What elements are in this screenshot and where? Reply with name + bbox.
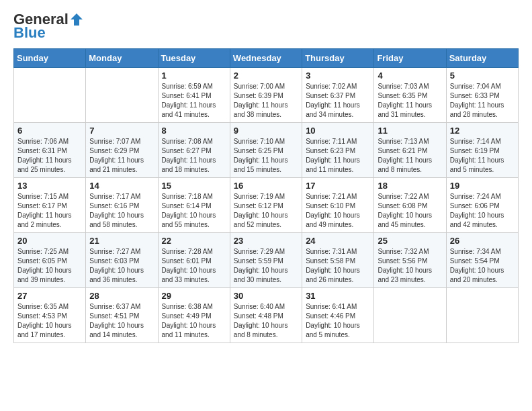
cell-info: Sunrise: 7:11 AMSunset: 6:23 PMDaylight:… [306, 137, 370, 175]
day-number: 18 [378, 181, 442, 191]
day-number: 26 [450, 236, 515, 246]
day-number: 1 [162, 71, 226, 81]
calendar-cell: 12Sunrise: 7:14 AMSunset: 6:19 PMDayligh… [446, 123, 518, 178]
calendar-cell: 20Sunrise: 7:25 AMSunset: 6:05 PMDayligh… [14, 233, 86, 288]
cell-info: Sunrise: 7:22 AMSunset: 6:08 PMDaylight:… [378, 192, 442, 230]
day-number: 30 [234, 291, 298, 301]
calendar-cell: 25Sunrise: 7:32 AMSunset: 5:56 PMDayligh… [374, 233, 446, 288]
calendar-cell: 30Sunrise: 6:40 AMSunset: 4:48 PMDayligh… [230, 288, 302, 343]
cell-info: Sunrise: 7:25 AMSunset: 6:05 PMDaylight:… [17, 247, 82, 285]
calendar-cell: 17Sunrise: 7:21 AMSunset: 6:10 PMDayligh… [302, 178, 374, 233]
day-number: 12 [450, 126, 515, 136]
calendar-cell: 7Sunrise: 7:07 AMSunset: 6:29 PMDaylight… [86, 123, 158, 178]
weekday-header-monday: Monday [86, 49, 158, 68]
calendar-cell: 31Sunrise: 6:41 AMSunset: 4:46 PMDayligh… [302, 288, 374, 343]
cell-info: Sunrise: 7:06 AMSunset: 6:31 PMDaylight:… [17, 137, 82, 175]
day-number: 27 [17, 291, 82, 301]
cell-info: Sunrise: 7:19 AMSunset: 6:12 PMDaylight:… [234, 192, 298, 230]
calendar-cell [14, 68, 86, 123]
calendar-cell: 10Sunrise: 7:11 AMSunset: 6:23 PMDayligh… [302, 123, 374, 178]
calendar-cell: 28Sunrise: 6:37 AMSunset: 4:51 PMDayligh… [86, 288, 158, 343]
day-number: 7 [89, 126, 154, 136]
cell-info: Sunrise: 6:37 AMSunset: 4:51 PMDaylight:… [89, 302, 154, 340]
cell-info: Sunrise: 7:00 AMSunset: 6:39 PMDaylight:… [234, 82, 298, 120]
day-number: 25 [378, 236, 442, 246]
calendar-cell: 27Sunrise: 6:35 AMSunset: 4:53 PMDayligh… [14, 288, 86, 343]
weekday-header-wednesday: Wednesday [230, 49, 302, 68]
cell-info: Sunrise: 7:32 AMSunset: 5:56 PMDaylight:… [378, 247, 442, 285]
cell-info: Sunrise: 7:08 AMSunset: 6:27 PMDaylight:… [162, 137, 226, 175]
calendar-cell: 18Sunrise: 7:22 AMSunset: 6:08 PMDayligh… [374, 178, 446, 233]
cell-info: Sunrise: 7:29 AMSunset: 5:59 PMDaylight:… [234, 247, 298, 285]
day-number: 15 [162, 181, 226, 191]
cell-info: Sunrise: 7:21 AMSunset: 6:10 PMDaylight:… [306, 192, 370, 230]
weekday-header-saturday: Saturday [446, 49, 518, 68]
cell-info: Sunrise: 7:07 AMSunset: 6:29 PMDaylight:… [89, 137, 154, 175]
cell-info: Sunrise: 7:02 AMSunset: 6:37 PMDaylight:… [306, 82, 370, 120]
page: General Blue SundayMondayTuesdayWednesda… [0, 0, 532, 357]
calendar-cell: 1Sunrise: 6:59 AMSunset: 6:41 PMDaylight… [158, 68, 230, 123]
day-number: 31 [306, 291, 370, 301]
weekday-header-row: SundayMondayTuesdayWednesdayThursdayFrid… [14, 49, 519, 68]
calendar-cell [374, 288, 446, 343]
day-number: 9 [234, 126, 298, 136]
calendar-cell: 9Sunrise: 7:10 AMSunset: 6:25 PMDaylight… [230, 123, 302, 178]
day-number: 24 [306, 236, 370, 246]
day-number: 23 [234, 236, 298, 246]
calendar-cell: 19Sunrise: 7:24 AMSunset: 6:06 PMDayligh… [446, 178, 518, 233]
cell-info: Sunrise: 6:35 AMSunset: 4:53 PMDaylight:… [17, 302, 82, 340]
day-number: 14 [89, 181, 154, 191]
calendar-cell: 4Sunrise: 7:03 AMSunset: 6:35 PMDaylight… [374, 68, 446, 123]
day-number: 20 [17, 236, 82, 246]
day-number: 29 [162, 291, 226, 301]
calendar-cell: 8Sunrise: 7:08 AMSunset: 6:27 PMDaylight… [158, 123, 230, 178]
weekday-header-thursday: Thursday [302, 49, 374, 68]
week-row-2: 6Sunrise: 7:06 AMSunset: 6:31 PMDaylight… [14, 123, 519, 178]
svg-marker-0 [71, 13, 83, 26]
calendar-cell: 5Sunrise: 7:04 AMSunset: 6:33 PMDaylight… [446, 68, 518, 123]
cell-info: Sunrise: 7:14 AMSunset: 6:19 PMDaylight:… [450, 137, 515, 175]
calendar-cell [446, 288, 518, 343]
week-row-5: 27Sunrise: 6:35 AMSunset: 4:53 PMDayligh… [14, 288, 519, 343]
day-number: 22 [162, 236, 226, 246]
logo: General Blue [13, 11, 85, 42]
day-number: 10 [306, 126, 370, 136]
calendar: SundayMondayTuesdayWednesdayThursdayFrid… [13, 48, 519, 343]
logo-blue-line: Blue [13, 24, 46, 42]
day-number: 6 [17, 126, 82, 136]
calendar-cell [86, 68, 158, 123]
cell-info: Sunrise: 7:04 AMSunset: 6:33 PMDaylight:… [450, 82, 515, 120]
day-number: 13 [17, 181, 82, 191]
cell-info: Sunrise: 7:31 AMSunset: 5:58 PMDaylight:… [306, 247, 370, 285]
calendar-cell: 23Sunrise: 7:29 AMSunset: 5:59 PMDayligh… [230, 233, 302, 288]
day-number: 19 [450, 181, 515, 191]
cell-info: Sunrise: 7:03 AMSunset: 6:35 PMDaylight:… [378, 82, 442, 120]
calendar-cell: 13Sunrise: 7:15 AMSunset: 6:17 PMDayligh… [14, 178, 86, 233]
day-number: 5 [450, 71, 515, 81]
calendar-cell: 3Sunrise: 7:02 AMSunset: 6:37 PMDaylight… [302, 68, 374, 123]
cell-info: Sunrise: 6:41 AMSunset: 4:46 PMDaylight:… [306, 302, 370, 340]
cell-info: Sunrise: 7:10 AMSunset: 6:25 PMDaylight:… [234, 137, 298, 175]
cell-info: Sunrise: 7:17 AMSunset: 6:16 PMDaylight:… [89, 192, 154, 230]
day-number: 21 [89, 236, 154, 246]
day-number: 17 [306, 181, 370, 191]
calendar-cell: 21Sunrise: 7:27 AMSunset: 6:03 PMDayligh… [86, 233, 158, 288]
day-number: 4 [378, 71, 442, 81]
calendar-cell: 11Sunrise: 7:13 AMSunset: 6:21 PMDayligh… [374, 123, 446, 178]
day-number: 16 [234, 181, 298, 191]
cell-info: Sunrise: 7:28 AMSunset: 6:01 PMDaylight:… [162, 247, 226, 285]
week-row-1: 1Sunrise: 6:59 AMSunset: 6:41 PMDaylight… [14, 68, 519, 123]
calendar-cell: 15Sunrise: 7:18 AMSunset: 6:14 PMDayligh… [158, 178, 230, 233]
day-number: 2 [234, 71, 298, 81]
calendar-cell: 29Sunrise: 6:38 AMSunset: 4:49 PMDayligh… [158, 288, 230, 343]
calendar-cell: 14Sunrise: 7:17 AMSunset: 6:16 PMDayligh… [86, 178, 158, 233]
day-number: 11 [378, 126, 442, 136]
cell-info: Sunrise: 7:15 AMSunset: 6:17 PMDaylight:… [17, 192, 82, 230]
cell-info: Sunrise: 6:40 AMSunset: 4:48 PMDaylight:… [234, 302, 298, 340]
weekday-header-friday: Friday [374, 49, 446, 68]
cell-info: Sunrise: 7:13 AMSunset: 6:21 PMDaylight:… [378, 137, 442, 175]
cell-info: Sunrise: 7:24 AMSunset: 6:06 PMDaylight:… [450, 192, 515, 230]
calendar-cell: 2Sunrise: 7:00 AMSunset: 6:39 PMDaylight… [230, 68, 302, 123]
weekday-header-tuesday: Tuesday [158, 49, 230, 68]
header: General Blue [13, 11, 519, 42]
